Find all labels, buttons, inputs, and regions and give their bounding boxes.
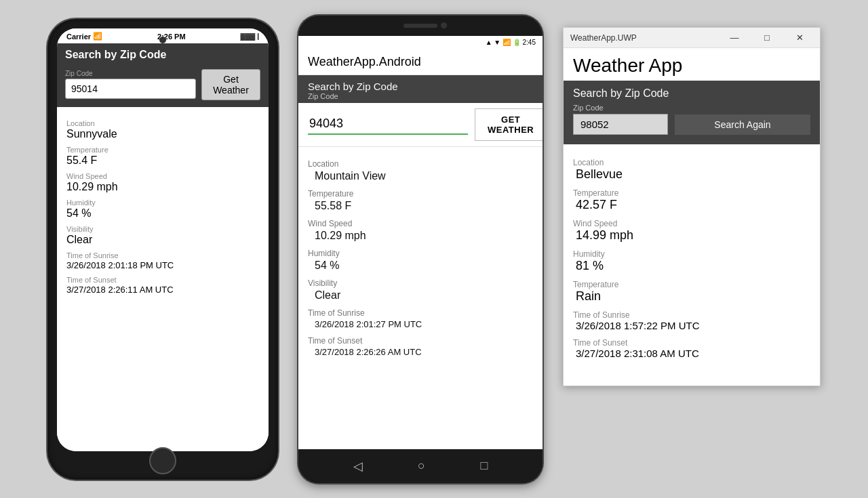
ios-humidity-value: 54 % <box>66 207 259 220</box>
uwp-window-controls: — □ ✕ <box>721 28 813 48</box>
uwp-title-bar: WeatherApp.UWP — □ ✕ <box>564 28 820 48</box>
ios-location-label: Location <box>66 119 259 127</box>
uwp-description-label: Temperature <box>573 280 810 289</box>
android-sunrise-value: 3/26/2018 2:01:27 PM UTC <box>308 318 533 331</box>
ios-header-title: Search by Zip Code <box>65 49 260 61</box>
uwp-temp-label: Temperature <box>573 188 810 198</box>
uwp-section-title: Search by Zip Code <box>573 87 810 100</box>
ios-wind-value: 10.29 mph <box>66 181 259 193</box>
android-wind-value: 10.29 mph <box>308 228 533 243</box>
uwp-maximize-button[interactable]: □ <box>753 28 781 48</box>
android-app-title: WeatherApp.Android <box>308 55 421 68</box>
android-temp-value: 55.58 F <box>308 199 533 213</box>
ios-phone: Carrier 📶 2:26 PM ▓▓▓ | Search by Zip Co… <box>47 19 278 480</box>
ios-screen: Carrier 📶 2:26 PM ▓▓▓ | Search by Zip Co… <box>57 28 269 451</box>
uwp-close-button[interactable]: ✕ <box>786 28 813 48</box>
uwp-sunrise-value: 3/26/2018 1:57:22 PM UTC <box>573 320 810 331</box>
uwp-weather-content: Location Bellevue Temperature 42.57 F Wi… <box>564 144 820 366</box>
ios-location-value: Sunnyvale <box>66 128 259 140</box>
android-visibility-value: Clear <box>308 288 533 303</box>
ios-home-indicator <box>57 451 269 470</box>
ios-home-button[interactable] <box>149 447 176 474</box>
ios-zip-label: Zip Code <box>65 70 196 77</box>
android-search-header: Search by Zip Code Zip Code <box>298 75 542 103</box>
ios-temp-value: 55.4 F <box>66 154 259 167</box>
uwp-sunrise-label: Time of Sunrise <box>573 310 810 320</box>
ios-zip-input[interactable] <box>65 79 196 99</box>
ios-visibility-value: Clear <box>66 234 259 246</box>
android-humidity-label: Humidity <box>308 249 533 258</box>
uwp-zip-input[interactable] <box>573 114 668 135</box>
android-status-bar: ▲ ▼ 📶 🔋 2:45 <box>298 36 542 49</box>
uwp-zip-label: Zip Code <box>573 104 810 112</box>
android-screen: ▲ ▼ 📶 🔋 2:45 WeatherApp.Android Search b… <box>298 36 542 449</box>
android-top-bar <box>298 16 542 36</box>
android-nav-bar: ◁ ○ □ <box>298 449 542 483</box>
android-zip-input[interactable] <box>308 114 468 135</box>
uwp-location-value: Bellevue <box>573 167 810 182</box>
android-weather-content: Location Mountain View Temperature 55.58… <box>298 147 542 449</box>
uwp-sunset-value: 3/27/2018 2:31:08 AM UTC <box>573 348 810 359</box>
uwp-description-value: Rain <box>573 289 810 304</box>
android-zip-label: Zip Code <box>308 92 533 100</box>
uwp-humidity-label: Humidity <box>573 249 810 259</box>
android-phone: ▲ ▼ 📶 🔋 2:45 WeatherApp.Android Search b… <box>298 16 542 483</box>
ios-weather-content: Location Sunnyvale Temperature 55.4 F Wi… <box>57 107 269 451</box>
ios-visibility-label: Visibility <box>66 225 259 233</box>
ios-carrier: Carrier <box>66 33 91 41</box>
ios-wind-label: Wind Speed <box>66 172 259 180</box>
uwp-search-row: Search Again <box>573 114 810 135</box>
android-status-right: ▲ ▼ 📶 🔋 2:45 <box>486 39 536 46</box>
android-search-row: GET WEATHER <box>298 103 542 147</box>
uwp-humidity-value: 81 % <box>573 259 810 273</box>
ios-sunrise-value: 3/26/2018 2:01:18 PM UTC <box>66 260 259 270</box>
ios-search-row: Zip Code Get Weather <box>57 66 269 107</box>
ios-get-weather-button[interactable]: Get Weather <box>201 69 260 100</box>
uwp-wind-value: 14.99 mph <box>573 228 810 243</box>
uwp-title-text: WeatherApp.UWP <box>570 33 721 43</box>
android-home-button[interactable]: ○ <box>418 459 425 473</box>
ios-header: Search by Zip Code <box>57 43 269 66</box>
android-sunset-value: 3/27/2018 2:26:26 AM UTC <box>308 346 533 358</box>
uwp-app-title: Weather App <box>564 48 820 81</box>
ios-battery-icon: ▓▓▓ | <box>241 33 259 40</box>
android-app-bar: WeatherApp.Android <box>298 49 542 75</box>
ios-sunset-value: 3/27/2018 2:26:11 AM UTC <box>66 285 259 295</box>
android-header-title: Search by Zip Code <box>308 81 533 92</box>
android-camera <box>441 22 447 28</box>
uwp-search-section: Search by Zip Code Zip Code Search Again <box>564 81 820 144</box>
ios-humidity-label: Humidity <box>66 199 259 207</box>
android-humidity-value: 54 % <box>308 258 533 273</box>
ios-wifi-icon: 📶 <box>93 32 102 41</box>
uwp-wind-label: Wind Speed <box>573 219 810 228</box>
android-sunset-label: Time of Sunset <box>308 336 533 346</box>
android-visibility-label: Visibility <box>308 278 533 288</box>
android-location-label: Location <box>308 159 533 169</box>
uwp-location-label: Location <box>573 158 810 167</box>
ios-sunrise-label: Time of Sunrise <box>66 251 259 260</box>
android-wind-label: Wind Speed <box>308 219 533 228</box>
uwp-sunset-label: Time of Sunset <box>573 338 810 348</box>
ios-temp-label: Temperature <box>66 146 259 154</box>
android-back-button[interactable]: ◁ <box>353 459 363 474</box>
android-location-value: Mountain View <box>308 169 533 184</box>
ios-camera <box>159 37 166 43</box>
uwp-search-button[interactable]: Search Again <box>675 115 810 135</box>
android-speaker <box>403 24 437 28</box>
uwp-minimize-button[interactable]: — <box>721 28 748 48</box>
android-sunrise-label: Time of Sunrise <box>308 308 533 318</box>
uwp-window: WeatherApp.UWP — □ ✕ Weather App Search … <box>563 27 821 386</box>
android-recent-button[interactable]: □ <box>480 459 488 473</box>
android-get-weather-button[interactable]: GET WEATHER <box>475 108 542 141</box>
android-temp-label: Temperature <box>308 189 533 199</box>
uwp-temp-value: 42.57 F <box>573 198 810 212</box>
ios-sunset-label: Time of Sunset <box>66 276 259 284</box>
